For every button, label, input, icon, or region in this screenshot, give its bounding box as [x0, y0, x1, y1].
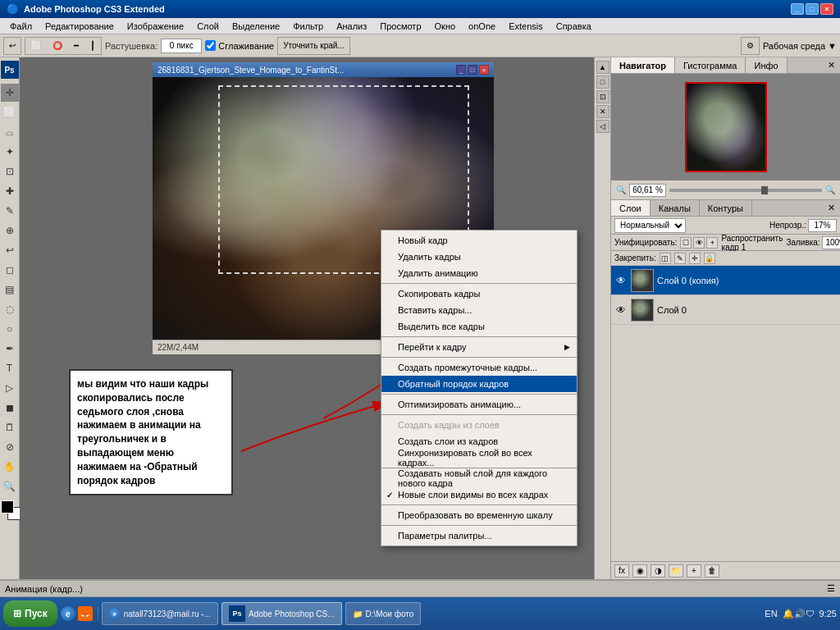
workspace-options-btn[interactable]: ⚙ [741, 37, 760, 55]
tab-paths[interactable]: Контуры [700, 200, 752, 216]
refine-edge-btn[interactable]: Уточнить край... [277, 37, 349, 55]
marquee-rect-btn[interactable]: ⬜ [26, 39, 46, 53]
ctx-delete-animation[interactable]: Удалить анимацию [381, 265, 577, 281]
layer-vis-0[interactable]: 👁 [614, 304, 628, 317]
rv-btn-2[interactable]: □ [596, 75, 609, 89]
healing-tool[interactable]: ✚ [1, 182, 19, 200]
doc-close-btn[interactable]: × [479, 65, 489, 75]
close-button[interactable]: × [820, 3, 833, 15]
menu-filter[interactable]: Фильтр [286, 20, 330, 33]
rv-btn-4[interactable]: ✕ [596, 105, 609, 118]
firefox-icon[interactable]: 🦊 [78, 606, 93, 621]
taskbar-item-folder[interactable]: 📁 D:\Мои фото [345, 602, 422, 625]
zoom-tool[interactable]: 🔍 [1, 477, 19, 495]
ie-icon[interactable]: e [61, 606, 75, 621]
marquee-ellipse-btn[interactable]: ⭕ [48, 39, 67, 53]
layer-new-btn[interactable]: + [687, 564, 701, 578]
lock-image-btn[interactable]: ✎ [674, 253, 686, 264]
unify-style-btn[interactable]: + [706, 237, 718, 249]
marquee-tool[interactable]: ⬜ [1, 103, 19, 121]
layer-delete-btn[interactable]: 🗑 [705, 564, 719, 578]
tool-options-btn[interactable]: ↩ [3, 37, 21, 55]
menu-edit[interactable]: Редактирование [39, 20, 121, 33]
ctx-new-frame[interactable]: Новый кадр [381, 232, 577, 249]
zoom-slider[interactable] [669, 189, 822, 192]
magic-wand-tool[interactable]: ✦ [1, 143, 19, 161]
doc-minimize-btn[interactable]: _ [456, 65, 466, 75]
ctx-visible-all-frames[interactable]: ✓ Новые слои видимы во всех кадрах [381, 486, 577, 503]
menu-window[interactable]: Окно [428, 20, 463, 33]
ctx-reverse-frames[interactable]: Обратный порядок кадров [381, 376, 577, 392]
ctx-paste-frames[interactable]: Вставить кадры... [381, 302, 577, 318]
layer-mask-btn[interactable]: ◉ [632, 564, 647, 578]
animation-menu-btn[interactable]: ☰ [827, 583, 835, 594]
menu-analysis[interactable]: Анализ [330, 20, 373, 33]
smooth-checkbox[interactable] [205, 40, 216, 51]
layer-vis-copy[interactable]: 👁 [614, 274, 628, 287]
ctx-sync-layer[interactable]: Синхронизировать слой во всех кадрах... [381, 450, 577, 466]
tab-navigator[interactable]: Навигатор [611, 57, 675, 73]
layer-group-btn[interactable]: 📁 [669, 564, 683, 578]
dodge-tool[interactable]: ○ [1, 320, 19, 338]
ctx-copy-frames[interactable]: Скопировать кадры [381, 285, 577, 302]
ctx-optimize[interactable]: Оптимизировать анимацию... [381, 396, 577, 413]
rv-btn-3[interactable]: ⊡ [596, 90, 609, 103]
menu-extensis[interactable]: Extensis [502, 20, 550, 33]
ctx-new-layer-per-frame[interactable]: Создавать новый слой для каждого нового … [381, 470, 577, 486]
fill-input[interactable] [822, 236, 840, 249]
menu-select[interactable]: Выделение [226, 20, 286, 33]
lock-pos-btn[interactable]: ✛ [689, 253, 701, 264]
ctx-layers-from-frames[interactable]: Создать слои из кадров [381, 433, 577, 450]
pen-tool[interactable]: ✒ [1, 340, 19, 358]
tab-channels[interactable]: Каналы [651, 200, 700, 216]
eyedropper-tool[interactable]: ⊘ [1, 438, 19, 456]
menu-image[interactable]: Изображение [121, 20, 190, 33]
brush-tool[interactable]: ✎ [1, 202, 19, 220]
tab-info[interactable]: Инфо [746, 57, 787, 73]
unify-vis-btn[interactable]: 👁 [693, 237, 705, 249]
crop-tool[interactable]: ⊡ [1, 162, 19, 180]
hand-tool[interactable]: ✋ [1, 458, 19, 476]
menu-help[interactable]: Справка [550, 20, 598, 33]
ctx-tween[interactable]: Создать промежуточные кадры... [381, 359, 577, 376]
rv-btn-5[interactable]: ◁ [596, 120, 609, 133]
gradient-tool[interactable]: ▤ [1, 281, 19, 299]
blend-mode-select[interactable]: Нормальный [614, 218, 686, 233]
move-tool[interactable]: ✛ [1, 84, 19, 102]
text-tool[interactable]: T [1, 359, 19, 377]
blur-tool[interactable]: ◌ [1, 300, 19, 318]
menu-file[interactable]: Файл [3, 20, 39, 33]
zoom-input[interactable] [629, 184, 666, 197]
layer-adjustment-btn[interactable]: ◑ [651, 564, 665, 578]
layers-close-btn[interactable]: ✕ [823, 203, 840, 213]
navigator-close-btn[interactable]: ✕ [823, 60, 840, 71]
taskbar-item-mail[interactable]: e natall73123@mail.ru -... [102, 602, 218, 625]
feather-input[interactable] [161, 39, 202, 53]
menu-onone[interactable]: onOne [462, 20, 502, 33]
zoom-decrease-icon[interactable]: 🔍 [616, 185, 626, 194]
zoom-handle[interactable] [761, 186, 768, 194]
foreground-color[interactable] [1, 500, 14, 514]
path-select-tool[interactable]: ▷ [1, 379, 19, 397]
menu-view[interactable]: Просмотр [373, 20, 427, 33]
ctx-goto-frame[interactable]: Перейти к кадру [381, 339, 577, 355]
opacity-input[interactable] [808, 219, 837, 232]
notes-tool[interactable]: 🗒 [1, 418, 19, 436]
shape-tool[interactable]: ◼ [1, 399, 19, 417]
marquee-1col-btn[interactable]: ┃ [85, 39, 100, 53]
clone-stamp-tool[interactable]: ⊕ [1, 221, 19, 240]
unify-pos-btn[interactable]: ☐ [680, 237, 692, 249]
history-brush-tool[interactable]: ↩ [1, 241, 19, 259]
layer-fx-btn[interactable]: fx [614, 564, 629, 578]
maximize-button[interactable]: □ [806, 3, 819, 15]
tab-layers[interactable]: Слои [611, 200, 651, 216]
lasso-tool[interactable]: ⌓ [1, 123, 19, 141]
layer-row-0[interactable]: 👁 Слой 0 [611, 295, 840, 325]
doc-maximize-btn[interactable]: □ [468, 65, 477, 75]
ctx-select-all-frames[interactable]: Выделить все кадры [381, 318, 577, 335]
lock-transparent-btn[interactable]: ◫ [660, 253, 671, 264]
start-button[interactable]: ⊞ Пуск [3, 600, 57, 627]
eraser-tool[interactable]: ◻ [1, 261, 19, 279]
ctx-palette-options[interactable]: Параметры палитры... [381, 527, 577, 544]
layer-row-copy[interactable]: 👁 Слой 0 (копия) [611, 266, 840, 295]
